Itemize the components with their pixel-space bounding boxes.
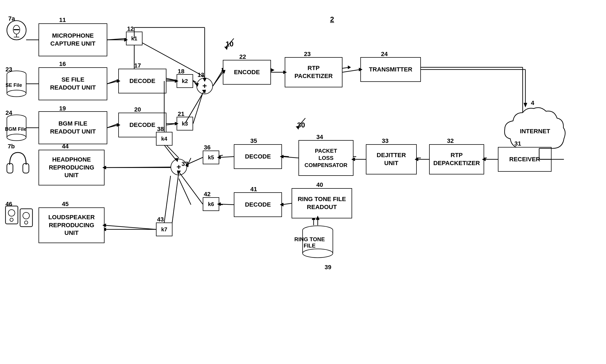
dejitter-unit: DEJITTERUNIT bbox=[366, 144, 417, 174]
label-35: 35 bbox=[250, 137, 257, 145]
k2-box: k2 bbox=[177, 74, 193, 88]
svg-text:INTERNET: INTERNET bbox=[520, 128, 550, 135]
k2-label: k2 bbox=[182, 78, 188, 84]
loudspeaker-reproducing-label: LOUDSPEAKERREPRODUCINGUNIT bbox=[48, 213, 95, 237]
label-16: 16 bbox=[59, 60, 66, 68]
k4-label: k4 bbox=[161, 136, 167, 142]
transmitter-label: TRANSMITTER bbox=[369, 66, 412, 74]
svg-point-79 bbox=[23, 212, 29, 219]
rtp-depacketizer: RTPDEPACKETIZER bbox=[429, 144, 484, 174]
transmitter-box: TRANSMITTER bbox=[360, 57, 421, 82]
label-38: 38 bbox=[157, 126, 164, 133]
label-32: 32 bbox=[447, 137, 454, 145]
svg-point-66 bbox=[7, 134, 26, 141]
label-7a: 7a bbox=[8, 15, 15, 22]
bgm-file-readout-unit: BGM FILEREADOUT UNIT bbox=[39, 111, 107, 144]
loudspeaker-reproducing-unit: LOUDSPEAKERREPRODUCINGUNIT bbox=[39, 207, 105, 243]
svg-rect-54 bbox=[14, 29, 19, 30]
k1-label: k1 bbox=[131, 35, 137, 42]
decode-20-label: DECODE bbox=[129, 121, 155, 129]
label-44: 44 bbox=[62, 143, 68, 150]
k6-box: k6 bbox=[203, 197, 219, 211]
label-21: 21 bbox=[178, 110, 184, 118]
bgm-file-readout-label: BGM FILEREADOUT UNIT bbox=[50, 120, 96, 135]
rtp-packetizer: RTPPACKETIZER bbox=[285, 57, 342, 87]
encode-box: ENCODE bbox=[223, 60, 271, 85]
label-19: 19 bbox=[59, 105, 66, 112]
packet-loss-label: PACKETLOSSCOMPENSATOR bbox=[305, 147, 347, 169]
label-45: 45 bbox=[62, 201, 68, 208]
k7-box: k7 bbox=[156, 223, 172, 236]
decode-17-label: DECODE bbox=[129, 77, 155, 85]
label-4: 4 bbox=[531, 99, 534, 107]
label-42: 42 bbox=[204, 191, 210, 198]
summing-junction-13: + bbox=[196, 78, 213, 94]
label-41: 41 bbox=[250, 186, 257, 193]
label-ring-tone-file: RING TONEFILE bbox=[294, 236, 325, 249]
svg-rect-68 bbox=[7, 163, 13, 173]
microphone-icon bbox=[6, 19, 28, 41]
label-22: 22 bbox=[239, 53, 246, 60]
label-24-bgm: 24 bbox=[6, 109, 12, 116]
svg-marker-49 bbox=[224, 47, 228, 50]
speaker-icon bbox=[4, 205, 34, 246]
k1-box: k1 bbox=[126, 32, 142, 45]
label-36: 36 bbox=[204, 144, 210, 151]
se-file-readout-unit: SE FILE READOUT UNIT bbox=[39, 67, 107, 100]
label-20: 20 bbox=[134, 106, 141, 113]
svg-point-61 bbox=[7, 90, 26, 97]
svg-rect-69 bbox=[23, 163, 29, 173]
k6-label: k6 bbox=[208, 201, 214, 207]
label-12: 12 bbox=[127, 25, 134, 32]
se-file-readout-label: SE FILE READOUT UNIT bbox=[50, 76, 96, 91]
microphone-capture-unit: MICROPHONE CAPTURE UNIT bbox=[39, 23, 107, 56]
headphone-reproducing-unit: HEADPHONEREPRODUCINGUNIT bbox=[39, 150, 105, 185]
diagram-container: 10 2 30 7a MICROPHONE CAPTURE UNIT 11 bbox=[0, 0, 606, 364]
svg-point-74 bbox=[303, 249, 333, 258]
label-11: 11 bbox=[59, 16, 66, 24]
label-39: 39 bbox=[325, 264, 331, 271]
receiver-box: RECEIVER bbox=[498, 147, 552, 172]
receiver-label: RECEIVER bbox=[509, 155, 540, 163]
label-2: 2 bbox=[330, 15, 334, 24]
k4-box: k4 bbox=[156, 132, 172, 146]
k3-label: k3 bbox=[182, 121, 188, 127]
svg-line-48 bbox=[226, 38, 234, 48]
label-7b: 7b bbox=[8, 143, 15, 150]
decode-35: DECODE bbox=[234, 144, 282, 169]
label-31: 31 bbox=[514, 140, 521, 147]
svg-line-50 bbox=[297, 118, 305, 128]
svg-point-76 bbox=[8, 210, 15, 216]
label-23-rtp: 23 bbox=[304, 51, 311, 58]
label-se-file: SE File bbox=[6, 82, 22, 88]
packet-loss-compensator: PACKETLOSSCOMPENSATOR bbox=[298, 140, 353, 176]
arrow-10 bbox=[217, 36, 239, 52]
label-43: 43 bbox=[157, 216, 164, 223]
plus-13-label: + bbox=[202, 82, 207, 90]
label-33: 33 bbox=[382, 137, 388, 145]
label-17: 17 bbox=[134, 62, 141, 69]
encode-label: ENCODE bbox=[234, 68, 260, 76]
label-23-se: 23 bbox=[6, 66, 12, 73]
ring-tone-file-readout: RING TONE FILEREADOUT bbox=[292, 188, 352, 218]
rtp-depacketizer-label: RTPDEPACKETIZER bbox=[433, 151, 480, 167]
k7-label: k7 bbox=[161, 226, 167, 233]
decode-41-label: DECODE bbox=[245, 201, 271, 209]
k3-box: k3 bbox=[177, 117, 193, 130]
label-34: 34 bbox=[316, 134, 323, 141]
dejitter-label: DEJITTERUNIT bbox=[377, 151, 406, 167]
arrow-30 bbox=[289, 115, 311, 132]
label-18: 18 bbox=[178, 68, 184, 75]
label-46: 46 bbox=[6, 201, 12, 208]
plus-37-label: + bbox=[177, 163, 181, 171]
svg-point-77 bbox=[10, 218, 13, 221]
label-13: 13 bbox=[198, 71, 204, 79]
headphone-reproducing-label: HEADPHONEREPRODUCINGUNIT bbox=[49, 156, 94, 179]
k5-label: k5 bbox=[208, 154, 214, 161]
ring-tone-readout-label: RING TONE FILEREADOUT bbox=[298, 195, 346, 211]
decode-17: DECODE bbox=[118, 69, 166, 93]
k5-box: k5 bbox=[203, 151, 219, 164]
decode-35-label: DECODE bbox=[245, 153, 271, 161]
label-24-tx: 24 bbox=[381, 51, 388, 58]
headphone-icon bbox=[6, 147, 30, 180]
